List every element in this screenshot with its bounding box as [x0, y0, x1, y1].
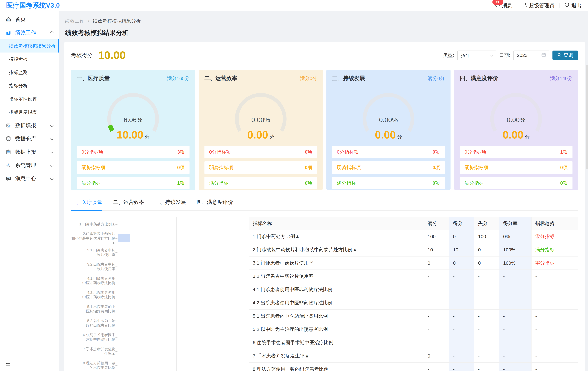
scrollbar-thumb[interactable] [586, 65, 588, 169]
total-score-label: 考核得分 [71, 52, 93, 59]
sidebar-item-data-report[interactable]: 数据上报 [0, 145, 59, 159]
table-row: 7.手术患者并发症发生率▲0---- [249, 349, 578, 362]
sidebar-item-performance[interactable]: 绩效工作 [0, 26, 59, 39]
indicator-name-cell: 8.理法方药使用一致的出院患者比例 [249, 362, 424, 371]
gauge-arc [102, 86, 164, 134]
sidebar-item-indicator-analysis[interactable]: 指标分析 [0, 79, 59, 92]
sidebar-item-system-management[interactable]: 系统管理 [0, 159, 59, 172]
indicator-value-cell: - [424, 323, 449, 336]
clipboard-icon [6, 149, 11, 155]
main-content: 绩效工作 / 绩效考核模拟结果分析 绩效考核模拟结果分析 考核得分 10.00 … [59, 11, 588, 371]
tab-medical-quality[interactable]: 一、医疗质量 [71, 199, 102, 211]
full-score-indicators-row: 满分指标 0项 [332, 177, 445, 189]
indicator-value-cell: - [449, 309, 474, 323]
stat-value: 0项 [305, 180, 312, 186]
chevron-down-icon [50, 137, 53, 141]
stat-label: 0分指标项 [465, 149, 486, 155]
tab-sustainable-development[interactable]: 三、持续发展 [155, 199, 186, 210]
card-score: 0.00 [503, 129, 524, 141]
indicator-value-cell: 100 [424, 230, 449, 243]
chart-plot-area [118, 344, 235, 358]
sidebar-item-mock-exam[interactable]: 模拟考核 [0, 53, 59, 66]
indicator-value-cell: 10 [449, 243, 474, 256]
stat-label: 弱势指标项 [337, 164, 361, 171]
date-input-value[interactable] [517, 52, 541, 58]
tab-satisfaction-evaluation[interactable]: 四、满意度评价 [196, 199, 233, 210]
stat-value: 0项 [433, 164, 440, 171]
sidebar-collapse-button[interactable] [5, 360, 11, 367]
weak-indicators-row: 弱势指标项 0项 [204, 161, 317, 174]
zero-score-indicators-row: 0分指标项 3项 [77, 146, 189, 158]
type-select-value[interactable] [461, 52, 491, 58]
card-score: 0.00 [375, 129, 396, 141]
sidebar-item-label: 绩效考核模拟结果分析 [9, 43, 56, 49]
menu-fold-icon [5, 360, 11, 367]
gauge-arc [485, 86, 547, 134]
card-max-score: 满分165分 [167, 75, 189, 82]
chart-category-row: 2.门诊散装中药饮片 和小包装中药饮片处方比例▲ [71, 231, 235, 245]
sidebar-item-indicator-monitor[interactable]: 指标监测 [0, 66, 59, 79]
indicator-value-cell: - [474, 362, 499, 371]
sidebar-item-monthly-report[interactable]: 指标月度报表 [0, 106, 59, 119]
total-score-value: 10.00 [98, 49, 126, 62]
sidebar-item-simulation-analysis[interactable]: 绩效考核模拟结果分析 [0, 39, 59, 53]
chart-category-label: 1.门诊中药处方比例▲ [71, 222, 118, 227]
stat-label: 满分指标 [82, 180, 101, 186]
chart-category-label: 4.2.出院患者使用 中医非药物疗法比例 [71, 290, 118, 299]
chart-category-label: 7.手术患者并发症发 生率▲ [71, 347, 118, 356]
sidebar-item-label: 绩效工作 [15, 29, 36, 36]
card-title: 四、满意度评价 [460, 74, 498, 82]
chevron-down-icon [50, 151, 53, 154]
sidebar-item-message-center[interactable]: 消息中心 [0, 172, 59, 185]
table-row: 5.1.出院患者的中医药治疗费用比例----- [249, 309, 578, 323]
query-button[interactable]: 查询 [552, 51, 578, 60]
stat-value: 0项 [433, 149, 440, 155]
sidebar-item-label: 系统管理 [15, 162, 36, 169]
indicator-value-cell: - [449, 296, 474, 309]
indicator-value-cell: 10 [424, 243, 449, 256]
indicator-value-cell: 0% [499, 230, 531, 243]
user-menu[interactable]: 超级管理员 [522, 2, 555, 9]
gauge: 0.00% 0.00分 [332, 82, 445, 143]
indicator-value-cell: - [499, 309, 531, 323]
category-cards: 一、医疗质量 满分165分 6.06% 10.00分 0分指标项 3项 弱势 [71, 70, 578, 190]
indicator-value-cell: - [449, 323, 474, 336]
sidebar-item-indicator-setting[interactable]: 指标定性设置 [0, 92, 59, 106]
zero-score-indicators-row: 0分指标项 1项 [460, 146, 573, 158]
chat-bubble-icon [6, 176, 11, 181]
tab-operation-efficiency[interactable]: 二、运营效率 [113, 199, 144, 210]
breadcrumb-current: 绩效考核模拟结果分析 [93, 18, 141, 23]
type-label: 类型: [443, 52, 454, 59]
top-header: 医疗国考系统V3.0 99+ 消息 超级管理员 退出 [0, 0, 588, 11]
table-header-cell: 指标趋势 [531, 217, 578, 230]
weak-indicators-row: 弱势指标项 0项 [332, 161, 445, 174]
chevron-down-icon [50, 124, 53, 127]
indicator-value-cell: 100% [499, 256, 531, 270]
chart-plot-area [118, 245, 235, 260]
card-score: 10.00 [117, 129, 143, 141]
card-max-score: 满分0分 [428, 75, 445, 82]
chevron-down-icon [50, 177, 53, 180]
bar-chart-icon [6, 30, 11, 35]
type-select[interactable] [457, 51, 496, 60]
chart-category-row: 4.1.门诊患者使用 中医非药物疗法比例 [71, 273, 235, 288]
calendar-icon [541, 52, 546, 58]
logout-button[interactable]: 退出 [564, 2, 581, 9]
date-input[interactable] [513, 51, 549, 60]
breadcrumb-parent[interactable]: 绩效工作 [65, 18, 84, 23]
messages-button[interactable]: 99+ 消息 [495, 2, 512, 9]
table-header-cell: 失分 [474, 217, 499, 230]
table-header-cell: 指标名称 [249, 217, 424, 230]
gauge: 0.00% 0.00分 [204, 82, 317, 143]
sidebar-item-home[interactable]: 首页 [0, 13, 59, 26]
sidebar-item-data-warehouse[interactable]: 数据仓库 [0, 132, 59, 145]
indicator-value-cell: - [474, 323, 499, 336]
indicator-name-cell: 3.1.门诊患者中药饮片使用率 [249, 256, 424, 270]
sidebar-item-data-entry[interactable]: 数据填报 [0, 119, 59, 132]
sidebar-item-label: 数据仓库 [15, 135, 36, 142]
chart-plot-area [118, 330, 235, 344]
indicator-trend-cell: - [531, 323, 578, 336]
chart-category-label: 3.2.出院患者中药 饮片使用率 [71, 262, 118, 271]
card-score: 0.00 [247, 129, 268, 141]
query-button-label: 查询 [564, 52, 573, 59]
